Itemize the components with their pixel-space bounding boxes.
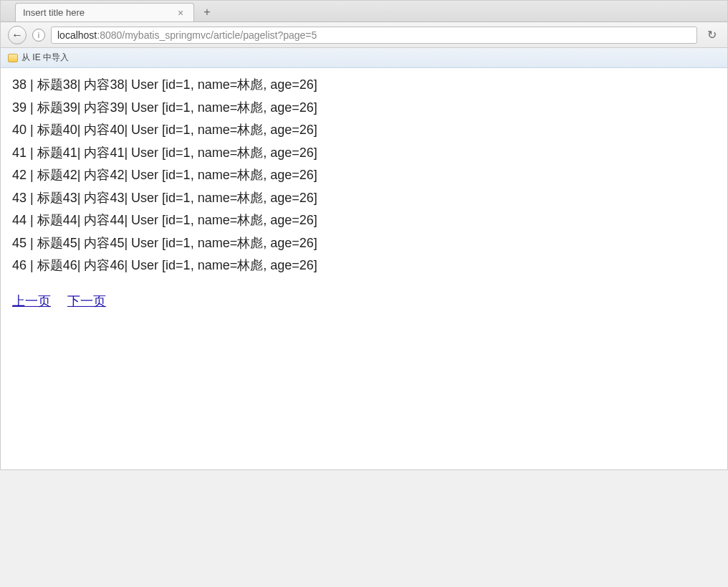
reload-icon: ↻ xyxy=(707,28,717,42)
tab-title: Insert title here xyxy=(23,7,175,18)
bookmark-label: 从 IE 中导入 xyxy=(21,52,69,64)
url-host: localhost xyxy=(57,29,97,41)
list-item: 42 | 标题42| 内容42| User [id=1, name=林彪, ag… xyxy=(12,164,716,187)
back-button[interactable]: ← xyxy=(8,26,27,44)
close-icon[interactable]: × xyxy=(175,7,186,19)
list-item: 44 | 标题44| 内容44| User [id=1, name=林彪, ag… xyxy=(12,209,716,232)
reload-button[interactable]: ↻ xyxy=(703,27,720,44)
list-item: 41 | 标题41| 内容41| User [id=1, name=林彪, ag… xyxy=(12,142,716,165)
list-item: 43 | 标题43| 内容43| User [id=1, name=林彪, ag… xyxy=(12,187,716,210)
pagination: 上一页 下一页 xyxy=(12,290,716,313)
list-item: 39 | 标题39| 内容39| User [id=1, name=林彪, ag… xyxy=(12,97,716,120)
list-item: 45 | 标题45| 内容45| User [id=1, name=林彪, ag… xyxy=(12,232,716,255)
list-item: 38 | 标题38| 内容38| User [id=1, name=林彪, ag… xyxy=(12,74,716,97)
tab-bar: Insert title here × + xyxy=(1,1,727,22)
list-item: 40 | 标题40| 内容40| User [id=1, name=林彪, ag… xyxy=(12,119,716,142)
list-item: 46 | 标题46| 内容46| User [id=1, name=林彪, ag… xyxy=(12,254,716,277)
folder-icon xyxy=(8,54,18,62)
browser-window: Insert title here × + ← i localhost:8080… xyxy=(0,0,728,470)
new-tab-button[interactable]: + xyxy=(198,4,216,20)
prev-page-link[interactable]: 上一页 xyxy=(12,294,51,308)
arrow-left-icon: ← xyxy=(11,29,23,42)
browser-tab[interactable]: Insert title here × xyxy=(15,3,194,22)
address-bar: ← i localhost:8080/mybatis_springmvc/art… xyxy=(1,22,727,48)
url-path: :8080/mybatis_springmvc/article/pagelist… xyxy=(97,29,317,41)
next-page-link[interactable]: 下一页 xyxy=(67,294,106,308)
info-icon[interactable]: i xyxy=(32,29,45,42)
url-input[interactable]: localhost:8080/mybatis_springmvc/article… xyxy=(51,27,697,44)
bookmark-ie-import[interactable]: 从 IE 中导入 xyxy=(8,52,69,64)
page-content: 38 | 标题38| 内容38| User [id=1, name=林彪, ag… xyxy=(1,68,727,469)
bookmarks-bar: 从 IE 中导入 xyxy=(1,48,727,68)
